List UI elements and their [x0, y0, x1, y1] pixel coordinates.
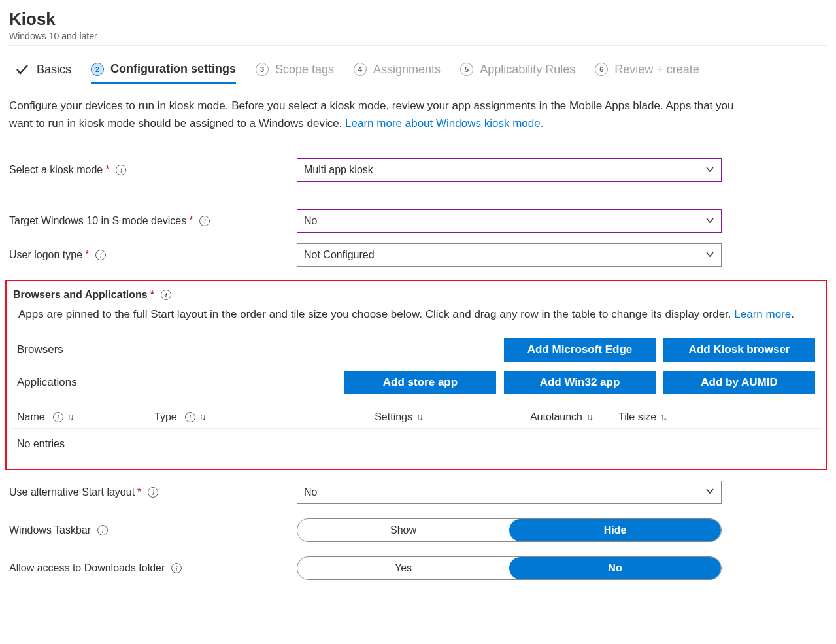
browsers-applications-section: Browsers and Applications * i Apps are p… — [5, 280, 827, 469]
step-configuration-settings[interactable]: 2 Configuration settings — [91, 62, 236, 84]
step-label: Review + create — [614, 63, 699, 76]
step-number-icon: 2 — [91, 63, 104, 76]
kiosk-mode-label: Select a kiosk mode — [9, 164, 103, 176]
step-review-create[interactable]: 6 Review + create — [595, 63, 699, 76]
apps-table: Name i ↑↓ Type i ↑↓ Settings ↑↓ Autolaun… — [12, 411, 820, 462]
column-autolaunch[interactable]: Autolaunch ↑↓ — [422, 411, 592, 423]
sort-icon: ↑↓ — [586, 412, 592, 422]
table-empty-state: No entries — [12, 429, 820, 462]
step-label: Scope tags — [275, 63, 334, 76]
step-number-icon: 3 — [256, 63, 269, 76]
taskbar-label: Windows Taskbar — [9, 524, 91, 536]
section-description: Apps are pinned to the full Start layout… — [18, 306, 814, 323]
alt-start-label: Use alternative Start layout — [9, 486, 135, 498]
step-label: Configuration settings — [110, 62, 236, 76]
toggle-option-no[interactable]: No — [509, 557, 721, 579]
column-name[interactable]: Name i ↑↓ — [17, 411, 154, 423]
add-win32-app-button[interactable]: Add Win32 app — [504, 371, 656, 394]
section-title: Browsers and Applications — [13, 289, 148, 301]
select-value: Not Configured — [304, 249, 375, 261]
page-title: Kiosk — [9, 9, 827, 29]
column-type[interactable]: Type i ↑↓ — [154, 411, 278, 423]
learn-more-link[interactable]: Learn more about Windows kiosk mode. — [345, 117, 543, 129]
toggle-option-hide[interactable]: Hide — [509, 519, 721, 541]
info-icon[interactable]: i — [148, 487, 158, 498]
info-icon[interactable]: i — [97, 525, 108, 535]
required-indicator: * — [85, 249, 89, 261]
page-description: Configure your devices to run in kiosk m… — [9, 97, 741, 132]
chevron-down-icon — [705, 486, 714, 498]
step-number-icon: 4 — [354, 63, 367, 76]
add-by-aumid-button[interactable]: Add by AUMID — [663, 371, 815, 394]
select-value: Multi app kiosk — [304, 164, 373, 176]
kiosk-mode-select[interactable]: Multi app kiosk — [297, 158, 722, 182]
smode-label: Target Windows 10 in S mode devices — [9, 215, 186, 227]
chevron-down-icon — [705, 216, 714, 227]
logon-type-select[interactable]: Not Configured — [297, 243, 722, 267]
smode-select[interactable]: No — [297, 209, 722, 233]
info-icon[interactable]: i — [161, 290, 171, 300]
taskbar-toggle[interactable]: Show Hide — [297, 518, 722, 542]
step-label: Basics — [37, 63, 71, 76]
sort-icon: ↑↓ — [67, 412, 73, 422]
sort-icon: ↑↓ — [416, 412, 422, 422]
add-kiosk-browser-button[interactable]: Add Kiosk browser — [663, 338, 815, 362]
step-assignments[interactable]: 4 Assignments — [354, 63, 441, 76]
page-subtitle: Windows 10 and later — [9, 31, 827, 41]
step-applicability-rules[interactable]: 5 Applicability Rules — [460, 63, 575, 76]
required-indicator: * — [189, 215, 193, 227]
column-settings[interactable]: Settings ↑↓ — [278, 411, 422, 423]
chevron-down-icon — [705, 165, 714, 176]
step-scope-tags[interactable]: 3 Scope tags — [256, 63, 334, 76]
add-store-app-button[interactable]: Add store app — [344, 371, 496, 394]
alt-start-select[interactable]: No — [297, 481, 722, 504]
step-label: Assignments — [373, 63, 441, 76]
info-icon[interactable]: i — [116, 165, 126, 175]
wizard-steps: Basics 2 Configuration settings 3 Scope … — [9, 46, 827, 85]
add-microsoft-edge-button[interactable]: Add Microsoft Edge — [504, 338, 656, 362]
toggle-option-yes[interactable]: Yes — [297, 557, 509, 579]
required-indicator: * — [150, 289, 154, 301]
step-label: Applicability Rules — [480, 63, 575, 76]
select-value: No — [304, 486, 317, 498]
info-icon[interactable]: i — [185, 412, 195, 422]
check-icon — [14, 61, 30, 77]
downloads-toggle[interactable]: Yes No — [297, 556, 722, 580]
applications-label: Applications — [17, 376, 77, 389]
toggle-option-show[interactable]: Show — [297, 519, 509, 541]
sort-icon: ↑↓ — [660, 412, 666, 422]
select-value: No — [304, 215, 317, 227]
browsers-label: Browsers — [17, 343, 63, 356]
chevron-down-icon — [705, 250, 714, 261]
step-basics[interactable]: Basics — [14, 61, 71, 77]
sort-icon: ↑↓ — [199, 412, 205, 422]
step-number-icon: 5 — [460, 63, 473, 76]
downloads-label: Allow access to Downloads folder — [9, 562, 165, 574]
logon-type-label: User logon type — [9, 249, 82, 261]
learn-more-link[interactable]: Learn more — [734, 308, 791, 320]
column-tile-size[interactable]: Tile size ↑↓ — [592, 411, 710, 423]
info-icon[interactable]: i — [199, 216, 210, 226]
info-icon[interactable]: i — [53, 412, 63, 422]
info-icon[interactable]: i — [171, 563, 182, 573]
step-number-icon: 6 — [595, 63, 608, 76]
info-icon[interactable]: i — [95, 250, 106, 260]
required-indicator: * — [137, 486, 141, 498]
required-indicator: * — [105, 164, 109, 176]
